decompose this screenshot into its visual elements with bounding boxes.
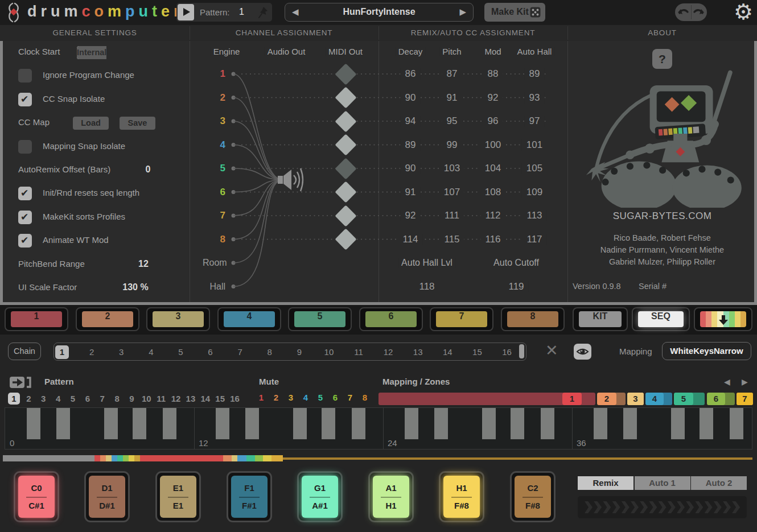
mute-5[interactable]: 5 (314, 393, 327, 402)
black-key[interactable] (594, 408, 607, 439)
note-pad-g1[interactable]: G1A#1 (297, 471, 343, 522)
chain-slot-13[interactable]: 13 (411, 345, 425, 359)
black-key[interactable] (163, 408, 176, 439)
keys-mode-button[interactable]: WhiteKeysNarrow (662, 342, 751, 360)
pattern-step-13[interactable]: 13 (184, 393, 196, 405)
cc-value[interactable]: 88 (483, 68, 503, 80)
tab-about[interactable]: ABOUT (567, 28, 757, 37)
tab-general-settings[interactable]: GENERAL SETTINGS (0, 28, 190, 37)
cc-value[interactable]: 115 (439, 234, 464, 245)
cc-value[interactable]: 89 (401, 139, 421, 151)
zone-6-label[interactable]: 6 (707, 393, 725, 405)
black-key[interactable] (322, 408, 335, 439)
play-button[interactable] (178, 4, 194, 20)
mode-button-auto-2[interactable]: Auto 2 (691, 476, 747, 490)
cc-value[interactable]: 118 (414, 281, 439, 292)
pattern-step-10[interactable]: 10 (141, 393, 153, 405)
pattern-step-7[interactable]: 7 (96, 393, 108, 405)
chain-slot-2[interactable]: 2 (85, 345, 98, 359)
channel-pad-6[interactable]: 6 (359, 307, 423, 331)
cc-value[interactable]: 109 (522, 187, 547, 198)
zone-2-label[interactable]: 2 (597, 393, 616, 405)
cc-value[interactable]: 100 (480, 139, 505, 151)
black-key[interactable] (434, 408, 448, 439)
zone-7-label[interactable]: 7 (737, 393, 753, 405)
chain-slot-8[interactable]: 8 (263, 345, 277, 359)
chain-slot-1[interactable]: 1 (55, 345, 69, 359)
black-key[interactable] (541, 408, 554, 439)
clear-icon[interactable]: ✕ (545, 341, 558, 360)
zone-3-label[interactable]: 3 (627, 393, 644, 405)
channel-pad-7[interactable]: 7 (430, 307, 493, 331)
pattern-step-3[interactable]: 3 (38, 393, 50, 405)
pattern-drag-icon[interactable] (9, 376, 32, 389)
website-link[interactable]: SUGAR-BYTES.COM (567, 211, 757, 222)
note-pad-a1[interactable]: A1H1 (368, 471, 414, 522)
cc-value[interactable]: 103 (439, 163, 464, 174)
cc-value[interactable]: 91 (442, 92, 462, 104)
note-pad-c2[interactable]: C2F#8 (510, 471, 556, 522)
pattern-step-15[interactable]: 15 (214, 393, 226, 405)
cc-value[interactable]: 86 (401, 68, 421, 80)
black-key[interactable] (293, 408, 307, 439)
pattern-step-6[interactable]: 6 (81, 393, 93, 405)
black-key[interactable] (216, 408, 229, 439)
black-key[interactable] (482, 408, 496, 439)
black-key[interactable] (623, 408, 637, 439)
black-key[interactable] (730, 408, 743, 439)
black-key[interactable] (245, 408, 259, 439)
cc-value[interactable]: 93 (525, 92, 545, 104)
pattern-step-8[interactable]: 8 (111, 393, 123, 405)
pad-kit[interactable]: KIT (573, 307, 628, 331)
mode-button-auto-1[interactable]: Auto 1 (635, 476, 690, 490)
mute-4[interactable]: 4 (299, 393, 312, 402)
black-key[interactable] (405, 408, 418, 439)
black-key[interactable] (133, 408, 146, 439)
channel-pad-5[interactable]: 5 (288, 307, 352, 331)
chain-slot-9[interactable]: 9 (293, 345, 306, 359)
cc-value[interactable]: 111 (440, 210, 464, 221)
remix-progress-strip[interactable] (578, 496, 747, 518)
mode-button-remix[interactable]: Remix (578, 476, 633, 490)
settings-gear-icon[interactable]: ⚙ (734, 0, 753, 24)
black-key[interactable] (700, 408, 713, 439)
cc-value[interactable]: 116 (480, 234, 505, 245)
cc-value[interactable]: 89 (525, 68, 545, 80)
mute-1[interactable]: 1 (255, 393, 268, 402)
chain-slot-11[interactable]: 11 (352, 345, 365, 359)
tab-channel-assignment[interactable]: CHANNEL ASSIGNMENT (190, 28, 378, 37)
chain-button[interactable]: Chain (8, 343, 41, 360)
pattern-step-14[interactable]: 14 (199, 393, 211, 405)
zone-4-label[interactable]: 4 (645, 393, 664, 405)
cc-value[interactable]: 104 (480, 163, 505, 174)
cc-value[interactable]: 96 (483, 116, 503, 127)
cc-value[interactable]: 97 (525, 116, 545, 127)
cc-value[interactable]: 95 (442, 116, 462, 127)
preset-next-icon[interactable]: ▶ (459, 7, 466, 17)
zone-1-label[interactable]: 1 (562, 393, 582, 405)
make-kit-button[interactable]: Make Kit (484, 3, 545, 22)
black-key[interactable] (511, 408, 524, 439)
cc-value[interactable]: 117 (522, 234, 546, 245)
cc-value[interactable]: 90 (401, 92, 421, 104)
black-key[interactable] (104, 408, 118, 439)
channel-pad-3[interactable]: 3 (146, 307, 210, 331)
chain-slot-3[interactable]: 3 (114, 345, 128, 359)
cc-value[interactable]: 112 (480, 210, 505, 221)
chain-slot-14[interactable]: 14 (441, 345, 454, 359)
chain-slot-4[interactable]: 4 (144, 345, 158, 359)
chain-slot-7[interactable]: 7 (233, 345, 247, 359)
mute-2[interactable]: 2 (270, 393, 282, 402)
pattern-step-4[interactable]: 4 (52, 393, 64, 405)
black-key[interactable] (671, 408, 685, 439)
cc-value[interactable]: 92 (483, 92, 503, 104)
eye-button[interactable] (574, 344, 591, 360)
cc-value[interactable]: 119 (504, 281, 528, 292)
cc-value[interactable]: 113 (522, 210, 546, 221)
note-pad-f1[interactable]: F1F#1 (227, 471, 272, 522)
chain-slot-15[interactable]: 15 (470, 345, 484, 359)
note-pad-e1[interactable]: E1E1 (155, 471, 201, 522)
channel-pad-4[interactable]: 4 (217, 307, 281, 331)
pin-icon[interactable] (257, 6, 269, 19)
zones-next-icon[interactable]: ▶ (742, 377, 748, 386)
